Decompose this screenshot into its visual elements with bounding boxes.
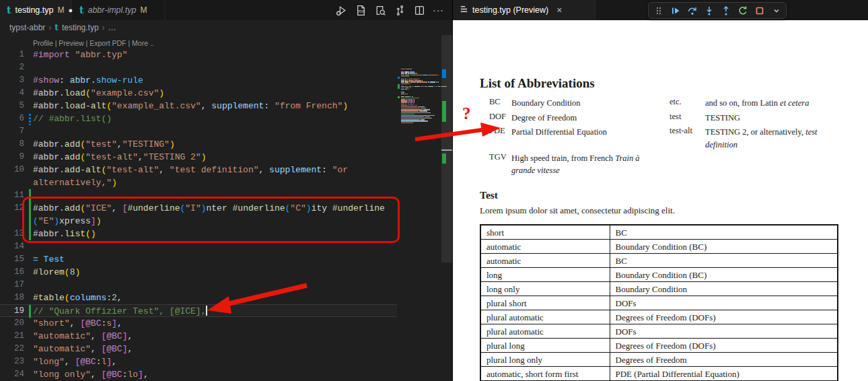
line-number[interactable]: 7 [0, 125, 24, 138]
debug-restart-icon[interactable] [737, 5, 748, 16]
abbreviation-entry: DOFDegree of Freedom [489, 112, 678, 125]
line-number[interactable]: 9 [0, 151, 24, 164]
code-line[interactable]: 11 [0, 189, 397, 202]
drag-handle-icon[interactable] [653, 5, 664, 16]
abbreviation-entry: etc.and so on, from Latin et cetera [670, 97, 851, 110]
code-line[interactable]: 2 [0, 61, 397, 74]
table-cell: automatic [480, 254, 610, 268]
code-text: // "Quark Offizier Test", [@ICE], [33, 305, 207, 318]
code-line[interactable]: alternatively,") [0, 176, 397, 189]
editor-group-divider[interactable] [452, 0, 453, 381]
code-line[interactable]: 13#abbr.list() [0, 228, 397, 240]
code-line[interactable]: 3#show: abbr.show-rule [0, 74, 397, 87]
gutter-change-indicator [29, 228, 31, 240]
code-lens[interactable]: Profile | Preview | Export PDF | More .. [0, 38, 397, 48]
code-line[interactable]: 19// "Quark Offizier Test", [@ICE], [0, 304, 397, 317]
table-cell: DOFs [610, 296, 838, 310]
breadcrumb-item-file[interactable]: testing.typ [62, 23, 99, 32]
line-number[interactable]: 16 [0, 266, 24, 279]
ruler-added-mark [442, 153, 446, 164]
code-line[interactable]: 16#lorem(8) [0, 266, 397, 279]
breadcrumb-item-symbol[interactable]: … [108, 23, 116, 32]
overview-ruler[interactable] [441, 35, 452, 381]
line-number[interactable]: 18 [0, 291, 24, 304]
debug-toolbar [648, 2, 787, 19]
line-number[interactable]: 15 [0, 253, 24, 266]
table-cell: plural long [480, 339, 610, 353]
line-number[interactable]: 14 [0, 240, 24, 253]
line-number[interactable]: 12 [0, 202, 24, 215]
minimap-modified-mark [398, 77, 400, 79]
preview-side-icon[interactable] [374, 4, 386, 16]
code-line[interactable]: 21"automatic", [@BC], [0, 330, 397, 343]
sync-changes-icon[interactable] [394, 4, 406, 16]
abbreviation-definition: Partial Differential Equation [511, 126, 607, 139]
code-line[interactable]: 12#abbr.add("ICE", [#underline("I")nter … [0, 202, 397, 215]
line-number[interactable]: 4 [0, 87, 24, 100]
debug-continue-icon[interactable] [670, 5, 681, 16]
code-line[interactable]: 5#abbr.load-alt("example_alt.csv", suppl… [0, 100, 397, 112]
split-editor-icon[interactable] [413, 4, 425, 16]
line-number[interactable]: 22 [0, 343, 24, 355]
line-number[interactable]: 3 [0, 74, 24, 87]
typst-preview-icon [460, 5, 468, 15]
line-number[interactable]: 20 [0, 317, 24, 330]
code-line[interactable]: 24"long only", [@BC:lo], [0, 368, 397, 381]
text-cursor [206, 306, 207, 316]
code-line[interactable]: 17 [0, 279, 397, 291]
typst-trace-icon[interactable] [335, 4, 347, 16]
line-number[interactable]: 6 [0, 112, 24, 125]
code-line[interactable]: 6// #abbr.list() [0, 112, 397, 125]
code-line[interactable]: 18#table(columns:2, [0, 291, 397, 304]
table-cell: BC [610, 225, 838, 240]
doc-heading: List of Abbreviations [480, 76, 595, 91]
code-text: #abbr.add("test-alt","TESTING 2") [33, 151, 207, 164]
debug-step-out-icon[interactable] [720, 5, 731, 16]
table-row: long onlyBoundary Condition [480, 282, 838, 296]
code-line[interactable]: 1#import "abbr.typ" [0, 48, 397, 61]
abbreviation-term: etc. [670, 97, 705, 110]
export-pdf-icon[interactable]: PDF [355, 4, 367, 16]
editor-actions: PDF ··· [335, 0, 444, 20]
svg-text:PDF: PDF [358, 10, 365, 13]
minimap[interactable] [397, 35, 441, 381]
code-line[interactable]: 23"long", [@BC:l], [0, 355, 397, 368]
code-line[interactable]: ("E")xpress]) [0, 215, 397, 228]
line-number[interactable]: 11 [0, 189, 24, 202]
debug-step-over-icon[interactable] [686, 5, 698, 16]
more-actions-icon[interactable]: ··· [433, 5, 444, 15]
line-number[interactable]: 23 [0, 355, 24, 368]
table-cell: DOFs [610, 324, 838, 339]
code-line[interactable]: 4#abbr.load("example.csv") [0, 87, 397, 100]
line-number[interactable]: 17 [0, 279, 24, 291]
code-line[interactable]: 10#abbr.add-alt("test-alt", "test defini… [0, 164, 397, 176]
line-number[interactable]: 19 [0, 305, 24, 318]
line-number[interactable]: 5 [0, 100, 24, 112]
breadcrumb-item-folder[interactable]: typst-abbr [9, 23, 45, 32]
code-line[interactable]: 14 [0, 240, 397, 253]
code-line[interactable]: 9#abbr.add("test-alt","TESTING 2") [0, 151, 397, 164]
tab-testing-typ-preview[interactable]: testing.typ (Preview) × [453, 0, 595, 20]
code-line[interactable]: 15= Test [0, 253, 397, 266]
line-number[interactable]: 21 [0, 330, 24, 343]
chevron-down-icon[interactable] [770, 5, 782, 16]
debug-step-into-icon[interactable] [703, 5, 715, 16]
line-number[interactable]: 2 [0, 61, 24, 74]
code-line[interactable]: 20"short", [@BC:s], [0, 317, 397, 330]
table-row: shortBC [480, 225, 838, 240]
code-line[interactable]: 7 [0, 125, 397, 138]
line-number[interactable]: 8 [0, 138, 24, 151]
code-editor[interactable]: Profile | Preview | Export PDF | More ..… [0, 35, 452, 381]
tab-abbr-impl-typ[interactable]: t abbr-impl.typ M [73, 0, 166, 20]
table-cell: Degrees of Freedom (DOFs) [610, 339, 838, 353]
tab-testing-typ[interactable]: t testing.typ M ● [0, 0, 72, 20]
line-number[interactable]: 1 [0, 48, 24, 61]
line-number[interactable]: 13 [0, 228, 24, 240]
table-cell: long only [480, 282, 610, 296]
line-number[interactable]: 24 [0, 368, 24, 381]
code-line[interactable]: 8#abbr.add("test","TESTING") [0, 138, 397, 151]
debug-stop-icon[interactable] [754, 5, 765, 16]
code-line[interactable]: 22"automatic", [@BC], [0, 343, 397, 355]
line-number[interactable]: 10 [0, 164, 24, 176]
close-icon[interactable]: × [556, 5, 562, 15]
